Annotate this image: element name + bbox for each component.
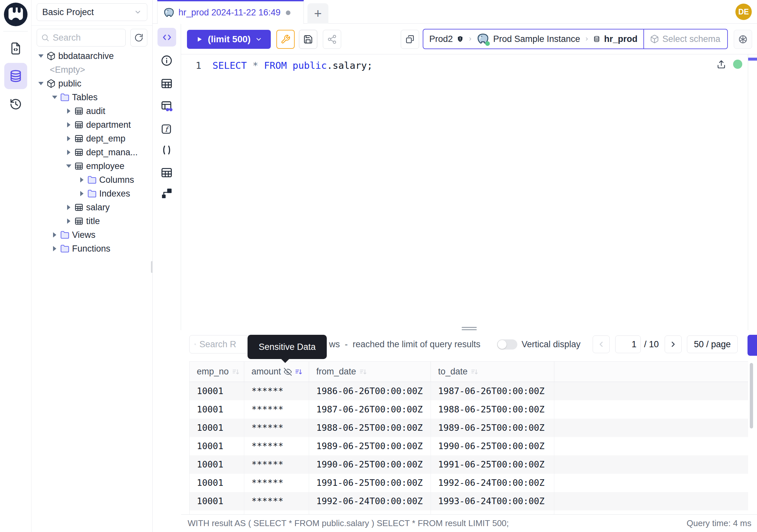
table-row[interactable]: 10001******1992-06-24T00:00:00Z1993-06-2…: [190, 492, 748, 510]
table-row[interactable]: 10001******1986-06-26T00:00:00Z1987-06-2…: [190, 382, 748, 400]
connection-status-dot: [733, 60, 742, 69]
editor-actions: [716, 59, 742, 70]
export-button[interactable]: [747, 335, 757, 356]
column-header-to-date[interactable]: to_date: [431, 362, 554, 382]
tree-item-functions[interactable]: Functions: [31, 242, 152, 256]
editor-side-strip: [153, 24, 181, 330]
table-icon: [74, 120, 83, 129]
caret-down-icon[interactable]: [38, 53, 44, 59]
eye-off-icon[interactable]: [284, 368, 292, 376]
worksheet-icon[interactable]: [0, 42, 31, 55]
column-header-from-date[interactable]: from_date: [309, 362, 431, 382]
batch-query-button[interactable]: [401, 30, 419, 49]
vertical-display-toggle[interactable]: [497, 339, 517, 350]
connection-path[interactable]: Prod2 Prod Sample Instance hr_prod: [423, 29, 643, 48]
openai-icon: [738, 34, 748, 45]
project-selector-label: Basic Project: [42, 7, 134, 17]
save-sheet-button[interactable]: [299, 30, 317, 49]
tree-item-dept-manager[interactable]: dept_mana...: [31, 145, 152, 159]
tree-item-title[interactable]: title: [31, 214, 152, 228]
caret-right-icon[interactable]: [52, 246, 58, 252]
caret-right-icon[interactable]: [52, 232, 58, 238]
caret-right-icon[interactable]: [66, 149, 72, 155]
chevron-down-icon: [255, 36, 262, 43]
project-selector[interactable]: Basic Project: [37, 3, 147, 21]
toggle-knob: [498, 340, 506, 349]
sort-icon[interactable]: [470, 368, 478, 376]
tree-item-employee[interactable]: employee: [31, 159, 152, 173]
caret-right-icon[interactable]: [66, 122, 72, 128]
tree-item-public[interactable]: public: [31, 77, 152, 90]
upload-icon[interactable]: [716, 59, 727, 70]
table-row[interactable]: 10001******1989-06-25T00:00:00Z1990-06-2…: [190, 437, 748, 455]
table-row[interactable]: 10001******1991-06-25T00:00:00Z1992-06-2…: [190, 474, 748, 492]
results-scrollbar[interactable]: [750, 363, 753, 428]
sql-editor[interactable]: 1 SELECT * FROM public.salary;: [181, 54, 757, 330]
table-row[interactable]: 10001******1990-06-25T00:00:00Z1991-06-2…: [190, 455, 748, 474]
tree-item-views[interactable]: Views: [31, 228, 152, 242]
tree-item-bbdataarchive[interactable]: bbdataarchive: [31, 49, 152, 63]
column-header-amount[interactable]: amount: [244, 362, 309, 382]
splitter-handle-icon[interactable]: [462, 327, 477, 330]
tab-hr-prod[interactable]: hr_prod 2024-11-22 16:49: [157, 0, 304, 24]
tree-item-indexes[interactable]: Indexes: [31, 187, 152, 201]
caret-down-icon[interactable]: [66, 163, 72, 169]
caret-right-icon[interactable]: [66, 204, 72, 210]
schema-diagram-icon[interactable]: [161, 187, 173, 200]
caret-right-icon[interactable]: [66, 218, 72, 224]
sidebar-search[interactable]: [37, 29, 126, 47]
sort-icon[interactable]: [295, 368, 303, 376]
page-size-select[interactable]: 50 / page: [687, 335, 738, 353]
tree-item-dept-emp[interactable]: dept_emp: [31, 132, 152, 145]
table-row[interactable]: 10001******1987-06-26T00:00:00Z1988-06-2…: [190, 400, 748, 419]
caret-right-icon[interactable]: [79, 177, 85, 183]
panel-splitter[interactable]: [181, 327, 757, 330]
masked-data-icon[interactable]: [161, 100, 173, 113]
folder-icon: [60, 93, 70, 102]
bytebase-logo[interactable]: [4, 3, 27, 26]
sort-icon[interactable]: [359, 368, 367, 376]
ai-assistant-button[interactable]: [734, 30, 752, 49]
chevron-right-icon: [468, 35, 473, 43]
overview-ruler[interactable]: [748, 54, 757, 330]
run-query-button[interactable]: (limit 500): [187, 30, 271, 49]
tree-item-tables[interactable]: Tables: [31, 90, 152, 104]
table-row[interactable]: 10001******1993-06-24T00:00:00Z1994-06-2…: [190, 510, 748, 514]
functions-panel-icon[interactable]: [161, 123, 172, 135]
history-icon[interactable]: [0, 98, 31, 111]
caret-right-icon[interactable]: [66, 136, 72, 141]
caret-right-icon[interactable]: [79, 191, 85, 197]
table-row[interactable]: 10001******1988-06-25T00:00:00Z1989-06-2…: [190, 419, 748, 437]
sort-icon[interactable]: [232, 368, 240, 376]
folder-icon: [60, 244, 70, 253]
table-icon: [74, 217, 83, 226]
copy-icon: [405, 34, 415, 44]
schema-selector[interactable]: Select schema: [643, 29, 727, 48]
column-header-emp-no[interactable]: emp_no: [190, 362, 244, 382]
user-avatar[interactable]: DE: [735, 4, 752, 20]
search-input[interactable]: [53, 33, 112, 43]
new-tab-button[interactable]: +: [308, 3, 328, 24]
next-page-button[interactable]: [665, 335, 682, 353]
refresh-button[interactable]: [130, 29, 147, 47]
format-sql-button[interactable]: [276, 30, 295, 49]
tree-item-audit[interactable]: audit: [31, 104, 152, 118]
tree-item-columns[interactable]: Columns: [31, 173, 152, 187]
procedures-panel-icon[interactable]: [161, 144, 173, 156]
caret-down-icon[interactable]: [38, 80, 44, 86]
page-number-input[interactable]: [615, 335, 641, 353]
caret-down-icon[interactable]: [52, 94, 58, 100]
tree-item-department[interactable]: department: [31, 118, 152, 132]
external-tables-icon[interactable]: [161, 167, 173, 179]
database-icon[interactable]: [0, 69, 31, 83]
table-icon: [74, 148, 83, 157]
prev-page-button[interactable]: [592, 335, 610, 353]
code-view-button[interactable]: [158, 28, 176, 47]
info-icon[interactable]: [161, 54, 173, 67]
table-panel-icon[interactable]: [161, 77, 173, 90]
share-button[interactable]: [323, 30, 341, 49]
tree-item-salary[interactable]: salary: [31, 201, 152, 214]
connection-breadcrumb[interactable]: Prod2 Prod Sample Instance hr_prod Selec…: [423, 29, 728, 49]
caret-right-icon[interactable]: [66, 108, 72, 114]
results-table[interactable]: emp_no amount from_date to_date 10001***…: [189, 361, 748, 514]
